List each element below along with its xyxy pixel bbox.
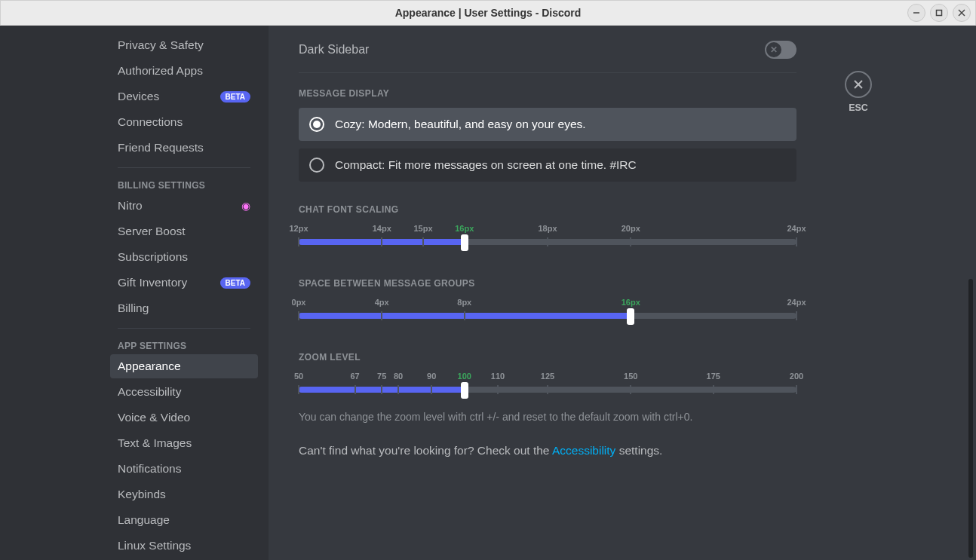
window-close-button[interactable] [953,4,971,22]
slider-tick-label: 90 [427,372,436,381]
sidebar-item-friend-requests[interactable]: Friend Requests [110,136,258,160]
settings-sidebar: Privacy & SafetyAuthorized AppsDevicesBE… [0,26,269,560]
sidebar-item-appearance[interactable]: Appearance [110,354,258,378]
slider-tick-mark [431,385,432,394]
dark-sidebar-label: Dark Sidebar [299,43,369,57]
sidebar-item-keybinds[interactable]: Keybinds [110,482,258,506]
slider-tick-label: 16px [455,224,474,233]
sidebar-item-subscriptions[interactable]: Subscriptions [110,245,258,269]
sidebar-item-label: Linux Settings [118,539,191,552]
radio-unselected-icon [309,158,324,173]
slider-tick-mark [796,237,797,246]
maximize-icon [935,9,943,17]
sidebar-item-label: Friend Requests [118,141,204,155]
dark-sidebar-row: Dark Sidebar ✕ [299,41,796,72]
slider-tick-label: 18px [538,224,557,233]
slider-thumb[interactable] [461,234,468,251]
slider-tick-mark [298,311,299,320]
sidebar-item-label: Authorized Apps [118,64,203,78]
sidebar-item-linux-settings[interactable]: Linux Settings [110,534,258,558]
message-display-compact[interactable]: Compact: Fit more messages on screen at … [299,148,796,182]
sidebar-item-label: Subscriptions [118,250,188,264]
sidebar-item-privacy-safety[interactable]: Privacy & Safety [110,33,258,57]
sidebar-item-label: Voice & Video [118,411,190,424]
sidebar-item-server-boost[interactable]: Server Boost [110,219,258,243]
sidebar-item-notifications[interactable]: Notifications [110,457,258,481]
slider-tick-mark [497,385,499,394]
slider-tick-mark [298,385,299,394]
sidebar-item-label: Language [118,513,170,527]
sidebar-item-label: Privacy & Safety [118,38,204,52]
slider-tick-mark [381,385,382,394]
window-minimize-button[interactable] [907,4,925,22]
slider-tick-mark [630,237,631,246]
slider-tick-mark [381,311,382,320]
sidebar-item-devices[interactable]: DevicesBETA [110,84,258,109]
message-space-slider[interactable]: 0px4px8px16px24px [299,298,796,329]
slider-tick-mark [796,311,797,320]
slider-tick-label: 16px [622,298,640,307]
slider-tick-label: 24px [787,298,806,307]
dark-sidebar-toggle[interactable]: ✕ [765,41,796,59]
sidebar-item-billing[interactable]: Billing [110,296,258,320]
radio-selected-icon [309,117,324,132]
sidebar-item-language[interactable]: Language [110,508,258,532]
close-settings-button[interactable] [845,71,872,98]
toggle-off-icon: ✕ [770,44,778,55]
window-title: Appearance | User Settings - Discord [395,7,582,19]
beta-badge: BETA [220,277,250,289]
accessibility-footer: Can't find what you're looking for? Chec… [299,444,796,457]
slider-tick-label: 125 [541,372,554,381]
accessibility-link[interactable]: Accessibility [552,444,615,457]
message-display-header: MESSAGE DISPLAY [299,88,796,99]
slider-tick-label: 15px [413,224,432,233]
slider-thumb[interactable] [461,382,468,399]
sidebar-item-label: Connections [118,115,183,129]
slider-tick-label: 0px [292,298,306,307]
sidebar-item-label: Gift Inventory [118,276,187,289]
sidebar-item-connections[interactable]: Connections [110,110,258,134]
slider-tick-mark [547,385,548,394]
nitro-icon: ◉ [241,200,250,212]
window-maximize-button[interactable] [930,4,948,22]
message-display-cozy[interactable]: Cozy: Modern, beautiful, and easy on you… [299,108,796,141]
divider [299,72,796,73]
sidebar-item-text-images[interactable]: Text & Images [110,431,258,455]
sidebar-item-nitro[interactable]: Nitro◉ [110,194,258,218]
slider-tick-mark [796,385,797,394]
sidebar-header-app: APP SETTINGS [110,336,258,354]
slider-tick-label: 4px [375,298,389,307]
message-space-header: SPACE BETWEEN MESSAGE GROUPS [299,278,796,289]
slider-tick-label: 150 [624,372,637,381]
sidebar-divider [118,167,250,168]
content-scrollbar[interactable] [968,279,973,558]
slider-tick-label: 24px [787,224,806,233]
slider-tick-mark [397,385,399,394]
slider-tick-mark [630,385,631,394]
sidebar-item-label: Keybinds [118,488,166,501]
sidebar-item-authorized-apps[interactable]: Authorized Apps [110,59,258,83]
zoom-level-header: ZOOM LEVEL [299,352,796,363]
sidebar-item-label: Text & Images [118,436,192,450]
slider-tick-label: 100 [458,372,471,381]
sidebar-item-gift-inventory[interactable]: Gift InventoryBETA [110,271,258,295]
beta-badge: BETA [220,91,250,103]
esc-label: ESC [845,103,872,113]
cozy-label: Cozy: Modern, beautiful, and easy on you… [335,118,586,131]
sidebar-item-accessibility[interactable]: Accessibility [110,380,258,404]
sidebar-item-voice-video[interactable]: Voice & Video [110,405,258,430]
slider-tick-label: 200 [790,372,803,381]
slider-tick-label: 20px [622,224,640,233]
slider-tick-label: 80 [394,372,403,381]
zoom-level-slider[interactable]: 5067758090100110125150175200 [299,372,796,403]
zoom-hint: You can change the zoom level with ctrl … [299,411,796,423]
slider-tick-label: 75 [377,372,386,381]
chat-font-scaling-slider[interactable]: 12px14px15px16px18px20px24px [299,224,796,256]
sidebar-item-label: Server Boost [118,225,186,238]
slider-tick-label: 12px [289,224,308,233]
sidebar-divider [118,328,250,329]
slider-thumb[interactable] [627,308,634,325]
slider-tick-label: 67 [350,372,359,381]
slider-tick-label: 110 [491,372,505,381]
close-icon [852,78,864,90]
